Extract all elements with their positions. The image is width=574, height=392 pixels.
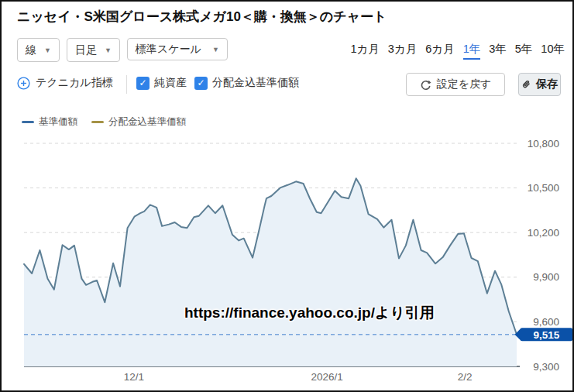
svg-text:10,800: 10,800 xyxy=(528,138,559,150)
range-3m[interactable]: 3カ月 xyxy=(388,42,417,60)
technical-indicator-button[interactable]: テクニカル指標 xyxy=(17,76,113,90)
scale-value: 標準スケール xyxy=(136,43,201,57)
svg-text:9,515: 9,515 xyxy=(534,329,560,341)
line-swatch-icon xyxy=(91,121,104,123)
range-5y[interactable]: 5年 xyxy=(515,42,533,60)
technical-indicator-label: テクニカル指標 xyxy=(36,76,113,90)
distribution-included-label: 分配金込基準価額 xyxy=(212,76,299,90)
svg-text:12/1: 12/1 xyxy=(124,371,144,383)
chart-window: ニッセイ・S米国グロース株式メガ10＜購・換無＞のチャート 線 ▼ 日足 ▼ 標… xyxy=(0,0,574,392)
chevron-down-icon: ▼ xyxy=(44,46,51,54)
legend-label-base-price: 基準価額 xyxy=(39,115,77,129)
refresh-icon xyxy=(420,79,431,91)
scale-dropdown[interactable]: 標準スケール ▼ xyxy=(127,38,228,60)
source-watermark: https://finance.yahoo.co.jp/より引用 xyxy=(184,303,435,323)
checkbox-checked-icon[interactable]: ✓ xyxy=(136,77,150,90)
range-3y[interactable]: 3年 xyxy=(489,42,507,60)
legend-item-base-price: 基準価額 xyxy=(22,115,77,129)
interval-dropdown[interactable]: 日足 ▼ xyxy=(67,38,120,62)
line-swatch-icon xyxy=(22,121,34,123)
legend-label-distribution-included: 分配金込基準価額 xyxy=(108,115,186,129)
divider xyxy=(126,75,127,94)
chevron-down-icon: ▼ xyxy=(212,46,219,53)
legend-item-distribution-included: 分配金込基準価額 xyxy=(91,115,186,129)
svg-text:2/2: 2/2 xyxy=(458,371,473,383)
svg-text:2026/1: 2026/1 xyxy=(311,371,342,383)
range-1y[interactable]: 1年 xyxy=(463,42,481,60)
interval-value: 日足 xyxy=(75,43,97,57)
chart-toolbar: 線 ▼ 日足 ▼ 標準スケール ▼ xyxy=(17,38,228,62)
net-assets-checkbox-item[interactable]: ✓ 純資産 xyxy=(136,76,187,90)
chart-type-value: 線 xyxy=(26,43,36,57)
range-6m[interactable]: 6カ月 xyxy=(425,42,454,60)
reset-settings-label: 設定を戻す xyxy=(437,77,492,91)
svg-text:10,500: 10,500 xyxy=(528,182,559,194)
range-selector: 1カ月 3カ月 6カ月 1年 3年 5年 10年 xyxy=(350,42,565,60)
save-button[interactable]: 保存 xyxy=(518,73,561,96)
svg-text:9,900: 9,900 xyxy=(533,271,559,283)
range-1m[interactable]: 1カ月 xyxy=(350,42,379,60)
price-chart[interactable]: 10,80010,50010,2009,9009,6009,30012/1202… xyxy=(2,137,574,392)
range-10y[interactable]: 10年 xyxy=(541,42,565,60)
checkbox-checked-icon[interactable]: ✓ xyxy=(194,77,208,90)
net-assets-label: 純資産 xyxy=(154,76,187,90)
chart-type-dropdown[interactable]: 線 ▼ xyxy=(17,38,60,62)
distribution-included-checkbox-item[interactable]: ✓ 分配金込基準価額 xyxy=(194,76,299,90)
chart-legend: 基準価額 分配金込基準価額 xyxy=(22,115,186,129)
plus-circle-icon xyxy=(17,77,30,90)
save-label: 保存 xyxy=(536,77,558,91)
svg-text:9,600: 9,600 xyxy=(533,316,559,328)
svg-text:9,300: 9,300 xyxy=(533,361,559,373)
reset-settings-button[interactable]: 設定を戻す xyxy=(406,73,505,96)
page-title: ニッセイ・S米国グロース株式メガ10＜購・換無＞のチャート xyxy=(17,8,387,26)
chevron-down-icon: ▼ xyxy=(105,46,112,54)
svg-text:10,200: 10,200 xyxy=(528,227,559,239)
paperclip-icon xyxy=(521,79,532,90)
